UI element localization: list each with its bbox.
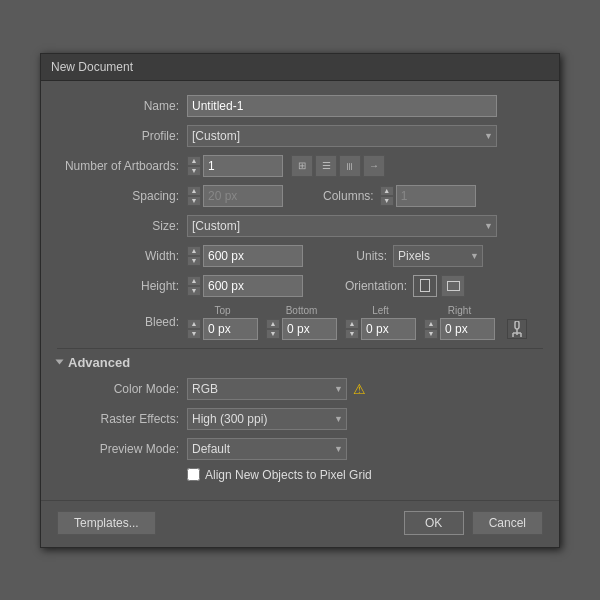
height-spin-down[interactable]: ▼ [187, 286, 201, 296]
bleed-right-input[interactable] [440, 318, 495, 340]
raster-select[interactable]: High (300 ppi) [187, 408, 347, 430]
name-input[interactable] [187, 95, 497, 117]
color-mode-row: Color Mode: RGB ▼ ⚠ [57, 378, 543, 400]
bleed-bottom-up[interactable]: ▲ [266, 319, 280, 329]
profile-select[interactable]: [Custom] [187, 125, 497, 147]
dialog-title: New Document [41, 54, 559, 81]
spacing-input[interactable] [203, 185, 283, 207]
preview-label: Preview Mode: [57, 442, 187, 456]
bleed-left-group: Left ▲ ▼ [345, 305, 416, 340]
bleed-top-down[interactable]: ▼ [187, 329, 201, 339]
artboard-arrange-icon[interactable]: → [363, 155, 385, 177]
advanced-triangle-icon [56, 360, 64, 365]
size-select[interactable]: [Custom] [187, 215, 497, 237]
bleed-right-spinner: ▲ ▼ [424, 318, 495, 340]
ok-button[interactable]: OK [404, 511, 464, 535]
bleed-top-up[interactable]: ▲ [187, 319, 201, 329]
width-spin-down[interactable]: ▼ [187, 256, 201, 266]
columns-spin-up[interactable]: ▲ [380, 186, 394, 196]
artboard-grid-icon[interactable]: ⊞ [291, 155, 313, 177]
height-label: Height: [57, 279, 187, 293]
artboards-label: Number of Artboards: [57, 159, 187, 173]
bleed-left-input[interactable] [361, 318, 416, 340]
templates-button[interactable]: Templates... [57, 511, 156, 535]
spacing-row: Spacing: ▲ ▼ Columns: ▲ ▼ [57, 185, 543, 207]
color-mode-select[interactable]: RGB [187, 378, 347, 400]
portrait-icon [420, 279, 430, 292]
height-spin-up[interactable]: ▲ [187, 276, 201, 286]
align-checkbox-row: Align New Objects to Pixel Grid [187, 468, 543, 482]
footer-right: OK Cancel [404, 511, 543, 535]
height-row: Height: ▲ ▼ Orientation: [57, 275, 543, 297]
columns-input[interactable] [396, 185, 476, 207]
dialog-body: Name: Profile: [Custom] ▼ Number of Artb… [41, 81, 559, 492]
size-select-wrap: [Custom] ▼ [187, 215, 497, 237]
bleed-bottom-down[interactable]: ▼ [266, 329, 280, 339]
bleed-right-up[interactable]: ▲ [424, 319, 438, 329]
bleed-top-input[interactable] [203, 318, 258, 340]
bleed-right-label: Right [448, 305, 471, 316]
bleed-top-group: Top ▲ ▼ [187, 305, 258, 340]
bleed-link-btn[interactable] [507, 319, 527, 339]
columns-spin-btns: ▲ ▼ [380, 186, 394, 206]
svg-rect-0 [515, 321, 519, 329]
bleed-top-label: Top [214, 305, 230, 316]
bleed-label: Bleed: [57, 315, 187, 329]
profile-label: Profile: [57, 129, 187, 143]
align-checkbox[interactable] [187, 468, 200, 481]
artboards-input[interactable] [203, 155, 283, 177]
artboards-spin-up[interactable]: ▲ [187, 156, 201, 166]
advanced-header[interactable]: Advanced [57, 355, 543, 370]
width-row: Width: ▲ ▼ Units: Pixels ▼ [57, 245, 543, 267]
artboards-row: Number of Artboards: ▲ ▼ ⊞ ☰ ⫼ → [57, 155, 543, 177]
units-select-wrap: Pixels ▼ [393, 245, 483, 267]
raster-select-wrap: High (300 ppi) ▼ [187, 408, 347, 430]
landscape-btn[interactable] [441, 275, 465, 297]
bleed-right-group: Right ▲ ▼ [424, 305, 495, 340]
orientation-buttons [413, 275, 465, 297]
advanced-label: Advanced [68, 355, 130, 370]
bleed-bottom-label: Bottom [286, 305, 318, 316]
bleed-bottom-input[interactable] [282, 318, 337, 340]
cancel-button[interactable]: Cancel [472, 511, 543, 535]
artboards-spin-btns: ▲ ▼ [187, 156, 201, 176]
warning-icon: ⚠ [353, 381, 366, 397]
new-document-dialog: New Document Name: Profile: [Custom] ▼ N… [40, 53, 560, 548]
width-input[interactable] [203, 245, 303, 267]
height-input[interactable] [203, 275, 303, 297]
bleed-left-down[interactable]: ▼ [345, 329, 359, 339]
size-row: Size: [Custom] ▼ [57, 215, 543, 237]
bleed-fields: Top ▲ ▼ Bottom ▲ ▼ [187, 305, 527, 340]
width-spin-up[interactable]: ▲ [187, 246, 201, 256]
width-label: Width: [57, 249, 187, 263]
artboard-icons: ⊞ ☰ ⫼ → [291, 155, 385, 177]
raster-label: Raster Effects: [57, 412, 187, 426]
columns-spinner: ▲ ▼ [380, 185, 476, 207]
bleed-top-spinner: ▲ ▼ [187, 318, 258, 340]
bleed-section: Bleed: Top ▲ ▼ Bottom [57, 305, 543, 340]
preview-row: Preview Mode: Default ▼ [57, 438, 543, 460]
height-spinner: ▲ ▼ [187, 275, 303, 297]
artboard-col-icon[interactable]: ⫼ [339, 155, 361, 177]
orientation-label: Orientation: [323, 279, 413, 293]
bleed-right-down[interactable]: ▼ [424, 329, 438, 339]
artboards-spinner: ▲ ▼ [187, 155, 283, 177]
spacing-spin-down[interactable]: ▼ [187, 196, 201, 206]
columns-label: Columns: [323, 189, 380, 203]
columns-spin-down[interactable]: ▼ [380, 196, 394, 206]
bleed-top-spin-btns: ▲ ▼ [187, 319, 201, 339]
color-mode-label: Color Mode: [57, 382, 187, 396]
preview-select[interactable]: Default [187, 438, 347, 460]
spacing-spin-up[interactable]: ▲ [187, 186, 201, 196]
artboard-row-icon[interactable]: ☰ [315, 155, 337, 177]
artboards-spin-down[interactable]: ▼ [187, 166, 201, 176]
units-select[interactable]: Pixels [393, 245, 483, 267]
bleed-left-spinner: ▲ ▼ [345, 318, 416, 340]
bleed-left-spin-btns: ▲ ▼ [345, 319, 359, 339]
portrait-btn[interactable] [413, 275, 437, 297]
bleed-left-up[interactable]: ▲ [345, 319, 359, 329]
align-checkbox-label: Align New Objects to Pixel Grid [205, 468, 372, 482]
spacing-spinner: ▲ ▼ [187, 185, 283, 207]
bleed-right-spin-btns: ▲ ▼ [424, 319, 438, 339]
divider [57, 348, 543, 349]
